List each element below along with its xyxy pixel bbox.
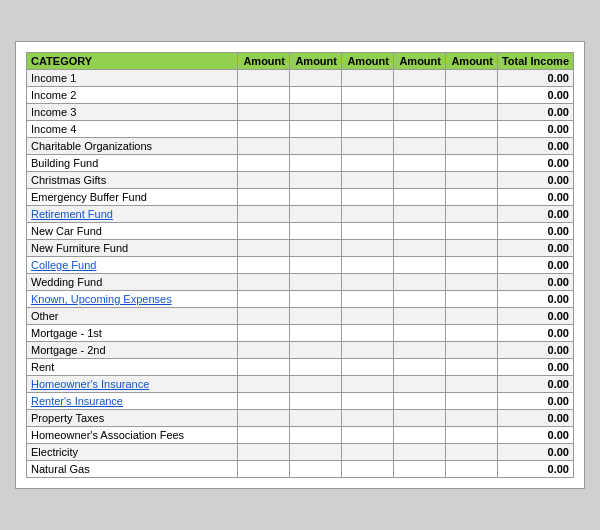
amount-cell-14-0[interactable] bbox=[237, 308, 289, 325]
category-cell[interactable]: College Fund bbox=[27, 257, 238, 274]
amount-cell-18-4[interactable] bbox=[445, 376, 497, 393]
amount-cell-11-1[interactable] bbox=[289, 257, 341, 274]
amount-cell-19-3[interactable] bbox=[393, 393, 445, 410]
amount-cell-7-2[interactable] bbox=[341, 189, 393, 206]
amount-cell-22-3[interactable] bbox=[393, 444, 445, 461]
amount-cell-3-2[interactable] bbox=[341, 121, 393, 138]
amount-cell-22-4[interactable] bbox=[445, 444, 497, 461]
amount-cell-5-2[interactable] bbox=[341, 155, 393, 172]
amount-cell-17-4[interactable] bbox=[445, 359, 497, 376]
amount-cell-1-4[interactable] bbox=[445, 87, 497, 104]
amount-cell-0-2[interactable] bbox=[341, 70, 393, 87]
amount-cell-13-0[interactable] bbox=[237, 291, 289, 308]
amount-cell-10-3[interactable] bbox=[393, 240, 445, 257]
amount-cell-23-1[interactable] bbox=[289, 461, 341, 478]
amount-cell-22-1[interactable] bbox=[289, 444, 341, 461]
amount-cell-21-1[interactable] bbox=[289, 427, 341, 444]
amount-cell-4-1[interactable] bbox=[289, 138, 341, 155]
amount-cell-13-1[interactable] bbox=[289, 291, 341, 308]
amount-cell-16-2[interactable] bbox=[341, 342, 393, 359]
amount-cell-10-1[interactable] bbox=[289, 240, 341, 257]
amount-cell-14-2[interactable] bbox=[341, 308, 393, 325]
amount-cell-15-4[interactable] bbox=[445, 325, 497, 342]
amount-cell-17-3[interactable] bbox=[393, 359, 445, 376]
amount-cell-17-1[interactable] bbox=[289, 359, 341, 376]
amount-cell-12-4[interactable] bbox=[445, 274, 497, 291]
amount-cell-23-3[interactable] bbox=[393, 461, 445, 478]
amount-cell-20-3[interactable] bbox=[393, 410, 445, 427]
amount-cell-16-0[interactable] bbox=[237, 342, 289, 359]
amount-cell-9-1[interactable] bbox=[289, 223, 341, 240]
amount-cell-1-3[interactable] bbox=[393, 87, 445, 104]
category-cell[interactable]: Renter's Insurance bbox=[27, 393, 238, 410]
amount-cell-2-1[interactable] bbox=[289, 104, 341, 121]
amount-cell-11-4[interactable] bbox=[445, 257, 497, 274]
amount-cell-3-4[interactable] bbox=[445, 121, 497, 138]
amount-cell-15-1[interactable] bbox=[289, 325, 341, 342]
amount-cell-5-3[interactable] bbox=[393, 155, 445, 172]
amount-cell-1-0[interactable] bbox=[237, 87, 289, 104]
amount-cell-20-2[interactable] bbox=[341, 410, 393, 427]
amount-cell-11-3[interactable] bbox=[393, 257, 445, 274]
amount-cell-8-1[interactable] bbox=[289, 206, 341, 223]
amount-cell-9-3[interactable] bbox=[393, 223, 445, 240]
amount-cell-9-4[interactable] bbox=[445, 223, 497, 240]
amount-cell-12-3[interactable] bbox=[393, 274, 445, 291]
amount-cell-19-1[interactable] bbox=[289, 393, 341, 410]
amount-cell-1-1[interactable] bbox=[289, 87, 341, 104]
amount-cell-21-4[interactable] bbox=[445, 427, 497, 444]
amount-cell-20-4[interactable] bbox=[445, 410, 497, 427]
amount-cell-14-1[interactable] bbox=[289, 308, 341, 325]
amount-cell-19-4[interactable] bbox=[445, 393, 497, 410]
amount-cell-7-1[interactable] bbox=[289, 189, 341, 206]
amount-cell-5-1[interactable] bbox=[289, 155, 341, 172]
amount-cell-21-0[interactable] bbox=[237, 427, 289, 444]
amount-cell-8-0[interactable] bbox=[237, 206, 289, 223]
amount-cell-10-4[interactable] bbox=[445, 240, 497, 257]
amount-cell-21-3[interactable] bbox=[393, 427, 445, 444]
amount-cell-3-3[interactable] bbox=[393, 121, 445, 138]
amount-cell-6-1[interactable] bbox=[289, 172, 341, 189]
amount-cell-2-4[interactable] bbox=[445, 104, 497, 121]
amount-cell-4-0[interactable] bbox=[237, 138, 289, 155]
amount-cell-5-0[interactable] bbox=[237, 155, 289, 172]
amount-cell-6-3[interactable] bbox=[393, 172, 445, 189]
amount-cell-13-2[interactable] bbox=[341, 291, 393, 308]
amount-cell-16-1[interactable] bbox=[289, 342, 341, 359]
amount-cell-6-2[interactable] bbox=[341, 172, 393, 189]
amount-cell-21-2[interactable] bbox=[341, 427, 393, 444]
amount-cell-18-2[interactable] bbox=[341, 376, 393, 393]
amount-cell-23-0[interactable] bbox=[237, 461, 289, 478]
amount-cell-0-0[interactable] bbox=[237, 70, 289, 87]
amount-cell-18-0[interactable] bbox=[237, 376, 289, 393]
amount-cell-15-3[interactable] bbox=[393, 325, 445, 342]
amount-cell-2-3[interactable] bbox=[393, 104, 445, 121]
amount-cell-8-2[interactable] bbox=[341, 206, 393, 223]
amount-cell-10-0[interactable] bbox=[237, 240, 289, 257]
amount-cell-3-1[interactable] bbox=[289, 121, 341, 138]
amount-cell-14-3[interactable] bbox=[393, 308, 445, 325]
amount-cell-18-3[interactable] bbox=[393, 376, 445, 393]
category-cell[interactable]: Known, Upcoming Expenses bbox=[27, 291, 238, 308]
amount-cell-16-3[interactable] bbox=[393, 342, 445, 359]
amount-cell-0-4[interactable] bbox=[445, 70, 497, 87]
amount-cell-0-3[interactable] bbox=[393, 70, 445, 87]
amount-cell-16-4[interactable] bbox=[445, 342, 497, 359]
amount-cell-11-0[interactable] bbox=[237, 257, 289, 274]
amount-cell-13-3[interactable] bbox=[393, 291, 445, 308]
amount-cell-17-2[interactable] bbox=[341, 359, 393, 376]
category-cell[interactable]: Homeowner's Insurance bbox=[27, 376, 238, 393]
amount-cell-12-0[interactable] bbox=[237, 274, 289, 291]
amount-cell-9-2[interactable] bbox=[341, 223, 393, 240]
amount-cell-4-2[interactable] bbox=[341, 138, 393, 155]
amount-cell-22-2[interactable] bbox=[341, 444, 393, 461]
amount-cell-7-4[interactable] bbox=[445, 189, 497, 206]
amount-cell-4-4[interactable] bbox=[445, 138, 497, 155]
amount-cell-19-2[interactable] bbox=[341, 393, 393, 410]
amount-cell-5-4[interactable] bbox=[445, 155, 497, 172]
amount-cell-12-1[interactable] bbox=[289, 274, 341, 291]
amount-cell-14-4[interactable] bbox=[445, 308, 497, 325]
amount-cell-18-1[interactable] bbox=[289, 376, 341, 393]
amount-cell-10-2[interactable] bbox=[341, 240, 393, 257]
amount-cell-23-2[interactable] bbox=[341, 461, 393, 478]
